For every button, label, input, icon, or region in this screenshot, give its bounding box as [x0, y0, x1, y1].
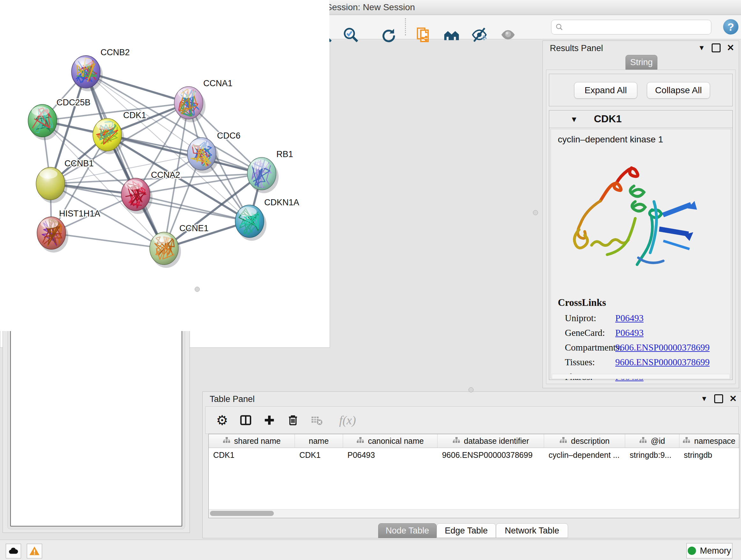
- cytoscape-window: { "window": {"title": "Session: New Sess…: [0, 0, 741, 560]
- column-header-description[interactable]: description: [544, 434, 625, 448]
- node-RB1[interactable]: RB1: [247, 149, 293, 193]
- gene-name: CDK1: [594, 113, 622, 125]
- results-panel-title: Results Panel: [550, 44, 603, 53]
- close-panel-icon[interactable]: ✕: [730, 395, 737, 402]
- network-canvas[interactable]: CCNB2CCNA1CDC25BCDK1CDC6RB1CCNB1CCNA2CDK…: [0, 0, 329, 331]
- crosslink-link[interactable]: P06493: [615, 327, 644, 338]
- table-row[interactable]: CDK1CDK1P064939606.ENSP00000378699cyclin…: [209, 448, 739, 462]
- node-label-HIST1H1A: HIST1H1A: [59, 209, 100, 219]
- delete-column-icon[interactable]: [286, 413, 300, 427]
- search-icon: [555, 23, 563, 31]
- results-panel: Results Panel ▼ ✕ String Expand All Coll…: [542, 41, 739, 388]
- edge-CCNA2-CDKN1A[interactable]: [136, 194, 250, 221]
- scrollbar-thumb[interactable]: [210, 511, 274, 516]
- hide-selected-icon[interactable]: [470, 26, 488, 44]
- node-label-CDC25B: CDC25B: [57, 98, 91, 107]
- function-builder-icon[interactable]: f(x): [333, 413, 362, 427]
- edge-CCNB2-CCNE1[interactable]: [86, 72, 164, 248]
- memory-button[interactable]: Memory: [686, 543, 732, 558]
- gene-card-header[interactable]: ▼ CDK1: [549, 111, 732, 128]
- collapse-all-button[interactable]: Collapse All: [647, 82, 710, 99]
- expand-all-button[interactable]: Expand All: [574, 82, 637, 99]
- column-header-namespace[interactable]: namespace: [679, 434, 739, 448]
- node-label-CDKN1A: CDKN1A: [264, 198, 299, 207]
- crosslink-row: GeneCard:P06493: [565, 327, 731, 341]
- string-results-box: Expand All Collapse All ▼ CDK1 cyclin–de…: [546, 70, 736, 384]
- column-type-icon: [683, 436, 690, 446]
- table-cell[interactable]: CDK1: [295, 448, 343, 462]
- node-label-RB1: RB1: [276, 149, 293, 159]
- node-label-CCNA1: CCNA1: [203, 78, 232, 88]
- search-input[interactable]: [563, 21, 711, 33]
- bottom-splitter-handle[interactable]: [468, 387, 474, 392]
- node-CCNE1[interactable]: CCNE1: [150, 224, 209, 268]
- protein-structure-image: [560, 152, 697, 289]
- crosslink-link[interactable]: P06493: [615, 313, 644, 323]
- toolbar-separator: [405, 18, 406, 36]
- results-horizontal-scrollbar[interactable]: [552, 374, 730, 379]
- table-header-row: shared namenamecanonical namedatabase id…: [209, 434, 739, 448]
- close-panel-icon[interactable]: ✕: [727, 44, 734, 52]
- table-cell[interactable]: cyclin–dependent ...: [544, 448, 625, 462]
- table-toolbar: ⚙ f(x): [205, 407, 739, 434]
- node-HIST1H1A[interactable]: HIST1H1A: [37, 209, 100, 253]
- gene-description: cyclin–dependent kinase 1: [558, 134, 663, 145]
- column-header-label: @id: [651, 436, 665, 446]
- float-panel-icon[interactable]: [712, 44, 721, 52]
- column-header-database-identifier[interactable]: database identifier: [437, 434, 544, 448]
- gene-card-body: cyclin–dependent kinase 1: [550, 129, 731, 378]
- panel-menu-icon[interactable]: ▼: [698, 44, 705, 52]
- help-icon[interactable]: ?: [723, 19, 738, 35]
- node-CCNB2[interactable]: CCNB2: [71, 48, 130, 91]
- column-header-label: database identifier: [464, 436, 529, 446]
- table-cell[interactable]: P06493: [343, 448, 437, 462]
- node-CCNB1[interactable]: CCNB1: [36, 159, 94, 203]
- column-type-icon: [356, 436, 364, 446]
- left-splitter-handle[interactable]: [195, 287, 200, 292]
- cloud-icon[interactable]: [6, 544, 21, 558]
- crosslink-row: Uniprot:P06493: [565, 313, 731, 327]
- crosslink-link[interactable]: 9606.ENSP00000378699: [615, 357, 710, 368]
- table-cell[interactable]: stringdb: [679, 448, 739, 462]
- table-options-gear-icon[interactable]: ⚙: [215, 413, 229, 427]
- delete-table-icon[interactable]: [310, 413, 324, 427]
- table-cell[interactable]: 9606.ENSP00000378699: [437, 448, 544, 462]
- crosslinks-title: CrossLinks: [558, 297, 606, 308]
- column-header-label: description: [571, 436, 610, 446]
- column-type-icon: [223, 436, 230, 446]
- refresh-icon[interactable]: [379, 26, 397, 44]
- tab-network-table[interactable]: Network Table: [496, 523, 568, 538]
- table-horizontal-scrollbar[interactable]: [209, 509, 739, 518]
- search-field[interactable]: [551, 20, 711, 35]
- column-header-shared-name[interactable]: shared name: [209, 434, 295, 448]
- node-label-CDK1: CDK1: [123, 111, 146, 120]
- column-header-name[interactable]: name: [295, 434, 343, 448]
- float-panel-icon[interactable]: [714, 394, 723, 403]
- table-cell[interactable]: stringdb:9...: [625, 448, 679, 462]
- results-panel-header: Results Panel ▼ ✕: [543, 41, 739, 54]
- warning-icon[interactable]: [27, 544, 42, 558]
- show-all-networks-icon[interactable]: [443, 26, 461, 44]
- gene-expand-icon[interactable]: ▼: [570, 115, 578, 124]
- tab-node-table[interactable]: Node Table: [378, 523, 436, 538]
- crosslink-label: GeneCard:: [565, 327, 605, 338]
- table-cell[interactable]: CDK1: [209, 448, 295, 462]
- show-columns-icon[interactable]: [239, 413, 253, 427]
- status-bar: Memory: [0, 540, 741, 560]
- node-CCNA1[interactable]: CCNA1: [174, 78, 232, 122]
- tab-string[interactable]: String: [625, 55, 657, 70]
- memory-status-dot: [688, 547, 696, 555]
- right-splitter-handle[interactable]: [533, 210, 538, 215]
- column-header--id[interactable]: @id: [625, 434, 679, 448]
- zoom-selected-icon[interactable]: [342, 26, 360, 44]
- panel-menu-icon[interactable]: ▼: [701, 395, 708, 403]
- network-from-file-icon[interactable]: [415, 26, 433, 44]
- show-hidden-icon[interactable]: [499, 26, 517, 44]
- tab-edge-table[interactable]: Edge Table: [436, 523, 496, 538]
- crosslink-link[interactable]: 9606.ENSP00000378699: [615, 342, 710, 353]
- add-column-icon[interactable]: [262, 413, 276, 427]
- column-header-canonical-name[interactable]: canonical name: [343, 434, 438, 448]
- edge-HIST1H1A-CCNE1[interactable]: [51, 233, 164, 248]
- column-header-label: namespace: [694, 436, 735, 446]
- node-CDKN1A[interactable]: CDKN1A: [235, 198, 299, 241]
